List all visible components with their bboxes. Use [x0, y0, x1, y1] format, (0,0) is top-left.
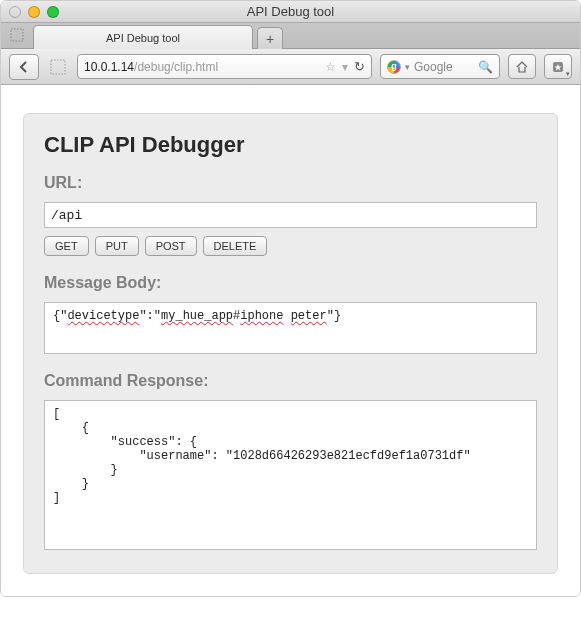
tab-strip: API Debug tool +	[1, 23, 580, 49]
address-path: /debug/clip.html	[134, 60, 218, 74]
get-button[interactable]: GET	[44, 236, 89, 256]
new-tab-button[interactable]: +	[257, 27, 283, 49]
command-response-output[interactable]	[44, 400, 537, 550]
minimize-window-button[interactable]	[28, 6, 40, 18]
dropdown-icon[interactable]: ▾	[342, 60, 348, 74]
window-titlebar: API Debug tool	[1, 1, 580, 23]
url-label: URL:	[44, 174, 537, 192]
command-response-label: Command Response:	[44, 372, 537, 390]
window-title: API Debug tool	[1, 4, 580, 19]
reload-icon[interactable]: ↻	[354, 59, 365, 74]
tab-label: API Debug tool	[106, 32, 180, 44]
bookmark-star-icon[interactable]: ☆	[325, 60, 336, 74]
page-corner-icon[interactable]	[7, 25, 27, 45]
message-body-label: Message Body:	[44, 274, 537, 292]
post-button[interactable]: POST	[145, 236, 197, 256]
page-title: CLIP API Debugger	[44, 132, 537, 158]
search-icon[interactable]: 🔍	[478, 60, 493, 74]
home-button[interactable]	[508, 54, 536, 79]
page-body: CLIP API Debugger URL: GET PUT POST DELE…	[1, 85, 580, 596]
method-buttons: GET PUT POST DELETE	[44, 236, 537, 256]
bookmarks-button[interactable]: ▾	[544, 54, 572, 79]
address-bar[interactable]: 10.0.1.14/debug/clip.html ☆ ▾ ↻	[77, 54, 372, 79]
url-input[interactable]	[44, 202, 537, 228]
clip-debugger-panel: CLIP API Debugger URL: GET PUT POST DELE…	[23, 113, 558, 574]
delete-button[interactable]: DELETE	[203, 236, 268, 256]
site-identity-icon[interactable]	[47, 59, 69, 75]
tab-active[interactable]: API Debug tool	[33, 25, 253, 49]
back-button[interactable]	[9, 54, 39, 80]
browser-toolbar: 10.0.1.14/debug/clip.html ☆ ▾ ↻ ▾ Google…	[1, 49, 580, 85]
zoom-window-button[interactable]	[47, 6, 59, 18]
search-bar[interactable]: ▾ Google 🔍	[380, 54, 500, 79]
close-window-button[interactable]	[9, 6, 21, 18]
message-body-input[interactable]: {"devicetype":"my_hue_app#iphone peter"}	[44, 302, 537, 354]
svg-rect-0	[11, 29, 23, 41]
address-url: 10.0.1.14/debug/clip.html	[84, 60, 319, 74]
google-icon	[387, 60, 401, 74]
search-menu-icon[interactable]: ▾	[405, 62, 410, 72]
traffic-lights	[9, 6, 59, 18]
svg-rect-1	[51, 60, 65, 74]
search-placeholder: Google	[414, 60, 474, 74]
put-button[interactable]: PUT	[95, 236, 139, 256]
address-host: 10.0.1.14	[84, 60, 134, 74]
